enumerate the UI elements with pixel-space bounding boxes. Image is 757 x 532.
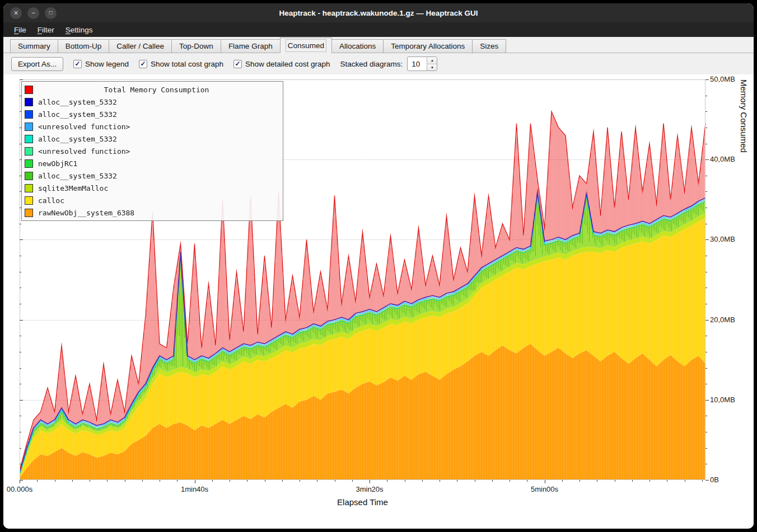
legend-swatch: [25, 172, 33, 180]
stacked-diagrams-spinbox[interactable]: 10: [407, 57, 437, 71]
tab-sizes[interactable]: Sizes: [472, 39, 506, 53]
legend-label: calloc: [38, 196, 64, 205]
legend-rows: alloc__system_5332alloc__system_5332<unr…: [25, 96, 280, 219]
tab-allocations[interactable]: Allocations: [331, 39, 384, 53]
menu-item-settings[interactable]: Settings: [60, 24, 98, 36]
legend-row: sqlite3MemMalloc: [25, 182, 280, 194]
stacked-diagrams-control: Stacked diagrams: 10: [340, 57, 438, 71]
tab-label: Consumed: [288, 41, 324, 50]
legend-swatch: [25, 147, 33, 156]
legend-title-swatch: [25, 86, 33, 94]
legend-label: <unresolved function>: [38, 147, 130, 156]
spin-buttons: [427, 57, 437, 70]
checkbox-icon: [139, 60, 147, 68]
tab-label: Flame Graph: [228, 42, 273, 50]
application-window: Heaptrack - heaptrack.wakunode.1.gz — He…: [3, 3, 754, 529]
y-axis-tick-label: 0B: [710, 475, 719, 484]
legend-row: <unresolved function>: [25, 145, 280, 157]
window-controls: [10, 7, 57, 19]
tab-label: Bottom-Up: [66, 42, 102, 50]
checkbox-label: Show detailed cost graph: [245, 60, 330, 68]
legend-row: newObjRC1: [25, 157, 280, 170]
checkbox-label: Show total cost graph: [151, 60, 223, 68]
tab-label: Summary: [18, 42, 50, 50]
legend-label: sqlite3MemMalloc: [38, 184, 108, 192]
tab-consumed[interactable]: Consumed: [280, 37, 332, 53]
legend-row: rawNewObj__system_6388: [25, 206, 280, 219]
checkbox-show-detailed-cost-graph[interactable]: Show detailed cost graph: [233, 60, 330, 68]
tab-label: Top-Down: [179, 42, 213, 50]
maximize-button[interactable]: [45, 7, 57, 19]
y-axis-tick-label: 10,0MB: [710, 396, 735, 404]
x-axis-tick-label: 5min00s: [531, 485, 558, 493]
menubar: FileFilterSettings: [3, 22, 754, 37]
titlebar[interactable]: Heaptrack - heaptrack.wakunode.1.gz — He…: [3, 3, 754, 22]
tab-label: Allocations: [339, 42, 376, 50]
tab-label: Temporary Allocations: [391, 42, 465, 50]
legend-swatch: [25, 98, 33, 106]
legend-title: Total Memory Consumption: [33, 86, 280, 94]
legend-label: alloc__system_5332: [38, 135, 117, 143]
chart-legend: Total Memory Consumption alloc__system_5…: [21, 81, 283, 221]
window-title: Heaptrack - heaptrack.wakunode.1.gz — He…: [3, 9, 754, 17]
legend-label: rawNewObj__system_6388: [38, 209, 134, 217]
legend-swatch: [25, 123, 33, 131]
consumed-chart-area: Total Memory Consumption alloc__system_5…: [3, 74, 754, 529]
y-axis-title: Memory Consumed: [739, 79, 749, 480]
tab-summary[interactable]: Summary: [10, 39, 58, 53]
tab-label: Sizes: [480, 42, 498, 50]
tab-top-down[interactable]: Top-Down: [171, 39, 221, 53]
legend-row: alloc__system_5332: [25, 170, 280, 182]
stacked-diagrams-label: Stacked diagrams:: [340, 60, 403, 68]
legend-label: alloc__system_5332: [38, 110, 117, 119]
legend-swatch: [25, 135, 33, 143]
minimize-button[interactable]: [27, 7, 39, 19]
checkbox-show-total-cost-graph[interactable]: Show total cost graph: [139, 60, 223, 68]
legend-row: calloc: [25, 194, 280, 206]
legend-label: alloc__system_5332: [38, 172, 117, 180]
legend-swatch: [25, 196, 33, 205]
legend-label: alloc__system_5332: [38, 98, 117, 106]
legend-row: alloc__system_5332: [25, 108, 280, 120]
y-axis-tick-label: 40,0MB: [710, 155, 735, 163]
checkbox-group: Show legendShow total cost graphShow det…: [73, 60, 330, 68]
x-axis-tick-label: 3min20s: [356, 485, 383, 493]
legend-label: newObjRC1: [38, 159, 77, 168]
checkbox-show-legend[interactable]: Show legend: [73, 60, 129, 68]
legend-row: alloc__system_5332: [25, 96, 280, 108]
checkbox-label: Show legend: [85, 60, 129, 68]
tab-and-toolbar-chrome: SummaryBottom-UpCaller / CalleeTop-DownF…: [3, 37, 754, 74]
menu-item-filter[interactable]: Filter: [32, 24, 59, 36]
tab-caller-callee[interactable]: Caller / Callee: [109, 39, 172, 53]
legend-swatch: [25, 209, 33, 217]
x-axis-title: Elapsed Time: [20, 497, 705, 507]
tab-temporary-allocations[interactable]: Temporary Allocations: [383, 39, 473, 53]
y-axis-tick-label: 30,0MB: [710, 235, 735, 243]
export-as-button[interactable]: Export As...: [11, 57, 63, 71]
checkbox-icon: [73, 60, 82, 68]
y-axis-tick-label: 20,0MB: [710, 316, 735, 324]
toolbar: Export As... Show legendShow total cost …: [3, 53, 754, 74]
legend-row: <unresolved function>: [25, 120, 280, 133]
legend-label: <unresolved function>: [38, 123, 130, 131]
legend-swatch: [25, 110, 33, 119]
legend-swatch: [25, 159, 33, 168]
y-axis-tick-label: 50,0MB: [710, 75, 735, 83]
legend-row: alloc__system_5332: [25, 133, 280, 145]
legend-swatch: [25, 184, 33, 192]
close-button[interactable]: [10, 7, 22, 19]
tab-bottom-up[interactable]: Bottom-Up: [58, 39, 110, 53]
tab-bar: SummaryBottom-UpCaller / CalleeTop-DownF…: [3, 37, 754, 53]
spin-up-icon[interactable]: [427, 57, 437, 64]
x-axis-tick-label: 00.000s: [7, 485, 32, 493]
menu-item-file[interactable]: File: [9, 24, 31, 36]
x-axis-tick-label: 1min40s: [181, 485, 208, 493]
spin-down-icon[interactable]: [427, 64, 437, 71]
tab-flame-graph[interactable]: Flame Graph: [221, 39, 281, 53]
checkbox-icon: [233, 60, 242, 68]
tab-label: Caller / Callee: [116, 42, 164, 50]
stacked-diagrams-value[interactable]: 10: [408, 57, 427, 70]
legend-title-row: Total Memory Consumption: [25, 83, 280, 96]
